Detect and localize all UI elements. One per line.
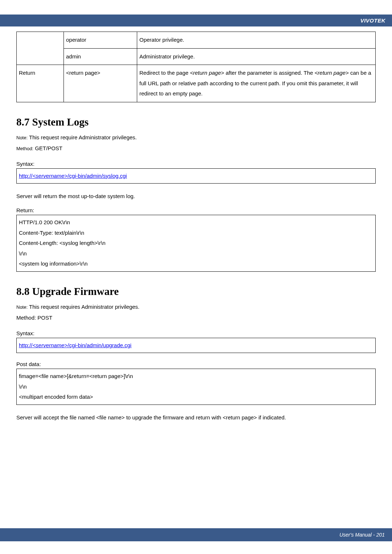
desc-ital: <return page> [190, 70, 224, 76]
note-text: This request requires Administrator priv… [28, 304, 139, 310]
cell-value: <return page> [64, 65, 137, 102]
method-text: GET/POST [33, 145, 62, 151]
link-suffix: /cgi-bin/admin/upgrade.cgi [68, 342, 131, 348]
link-suffix: /cgi-bin/admin/syslog.cgi [68, 173, 127, 179]
description-text: Server will return the most up-to-date s… [16, 193, 376, 199]
table-row: operator Operator privilege. [17, 32, 376, 49]
note-text: This request require Administrator privi… [28, 134, 137, 140]
cell-value: operator [64, 32, 137, 49]
brand-text: VIVOTEK [360, 17, 385, 24]
cell-desc: Administrator privilege. [137, 48, 376, 65]
section-heading-88: 8.8 Upgrade Firmware [16, 286, 376, 297]
desc-ital: <return page> [315, 70, 349, 76]
cell-desc: Redirect to the page <return page> after… [137, 65, 376, 102]
syntax-label: Syntax: [16, 161, 376, 167]
note-label: Note: [16, 135, 28, 140]
return-label: Return: [16, 207, 376, 213]
syntax-box: http://<servername>/cgi-bin/admin/upgrad… [16, 338, 376, 353]
method-line: Method: POST [16, 313, 376, 322]
method-label: Method: [16, 146, 33, 151]
upgrade-link[interactable]: http://<servername>/cgi-bin/admin/upgrad… [19, 342, 131, 348]
syntax-box: http://<servername>/cgi-bin/admin/syslog… [16, 168, 376, 184]
link-prefix: http:// [19, 342, 33, 348]
parameter-table: operator Operator privilege. admin Admin… [16, 32, 376, 102]
note-label: Note: [16, 304, 28, 310]
note-line: Note: This request requires Administrato… [16, 303, 376, 311]
return-box: HTTP/1.0 200 OK\r\n Content-Type: text/p… [16, 215, 376, 272]
page: VIVOTEK operator Operator privilege. adm… [0, 0, 392, 554]
desc-text: Redirect to the page [139, 70, 190, 76]
table-row: Return <return page> Redirect to the pag… [17, 65, 376, 102]
syntax-label: Syntax: [16, 330, 376, 336]
table-row: admin Administrator privilege. [17, 48, 376, 65]
postdata-box: fimage=<file name>[&return=<return page>… [16, 369, 376, 405]
link-servername: <servername> [33, 342, 68, 348]
section-heading-87: 8.7 System Logs [16, 116, 376, 128]
postdata-label: Post data: [16, 361, 376, 367]
link-servername: <servername> [33, 173, 68, 179]
header-brand-bar: VIVOTEK [0, 15, 392, 26]
description-text: Server will accept the file named <file … [16, 414, 376, 420]
footer-bar: User's Manual - 201 [0, 528, 392, 541]
note-line: Note: This request require Administrator… [16, 133, 376, 142]
link-prefix: http:// [19, 173, 33, 179]
footer-text: User's Manual - 201 [339, 532, 385, 538]
method-line: Method: GET/POST [16, 144, 376, 153]
cell-value: admin [64, 48, 137, 65]
desc-text: after the parameter is assigned. The [224, 70, 315, 76]
syslog-link[interactable]: http://<servername>/cgi-bin/admin/syslog… [19, 173, 127, 179]
cell-param: Return [17, 65, 64, 102]
cell-param-blank [17, 32, 64, 65]
cell-desc: Operator privilege. [137, 32, 376, 49]
